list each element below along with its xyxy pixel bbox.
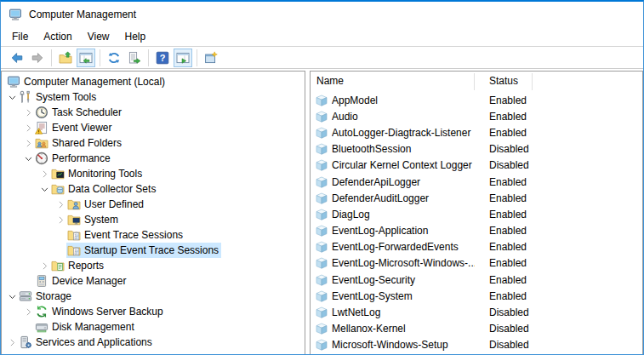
tree-item-device-manager[interactable]: Device Manager bbox=[2, 273, 305, 289]
computer-icon bbox=[9, 8, 22, 21]
trace-session-icon bbox=[315, 208, 328, 221]
tree-item-data-collector-sets[interactable]: Data Collector Sets bbox=[2, 181, 305, 197]
tree-item-system[interactable]: System bbox=[2, 212, 305, 227]
reports-icon bbox=[51, 259, 65, 272]
toolbar-separator bbox=[51, 49, 52, 66]
tree-item-services-and-applications[interactable]: Services and Applications bbox=[2, 335, 305, 350]
show-action-pane-button[interactable] bbox=[174, 49, 192, 67]
menu-help[interactable]: Help bbox=[117, 27, 154, 46]
up-one-level-button[interactable] bbox=[56, 49, 75, 67]
chevron-down-icon[interactable] bbox=[22, 152, 34, 164]
trace-session-icon bbox=[315, 110, 328, 123]
console-window-icon bbox=[204, 51, 218, 65]
tree-item-performance[interactable]: Performance bbox=[2, 151, 305, 166]
expander-spacer bbox=[54, 244, 66, 256]
chevron-right-icon[interactable] bbox=[22, 122, 34, 134]
server-backup-icon bbox=[35, 305, 48, 318]
column-header-name[interactable]: Name bbox=[311, 73, 475, 90]
chevron-right-icon[interactable] bbox=[22, 137, 34, 149]
chevron-right-icon[interactable] bbox=[38, 168, 50, 180]
svg-text:?: ? bbox=[160, 53, 166, 63]
toolbar: ? bbox=[1, 47, 643, 69]
export-list-icon bbox=[128, 51, 141, 65]
tree-item-event-viewer[interactable]: Event Viewer bbox=[2, 120, 305, 135]
tree-item-reports[interactable]: Reports bbox=[2, 258, 305, 273]
help-button[interactable]: ? bbox=[153, 49, 172, 67]
svg-text:01: 01 bbox=[74, 237, 77, 240]
chevron-down-icon[interactable] bbox=[6, 290, 18, 302]
trace-session-icon bbox=[315, 256, 328, 270]
back-button[interactable] bbox=[8, 49, 26, 67]
export-list-button[interactable] bbox=[125, 49, 144, 67]
list-row-defenderauditlogger[interactable]: DefenderAuditLogger Enabled bbox=[311, 190, 642, 206]
list-row-eventlog-security[interactable]: EventLog-Security Enabled bbox=[311, 272, 642, 288]
list-header: NameStatus bbox=[311, 72, 642, 92]
details-pane: NameStatus AppModel Enabled Audio Enable… bbox=[310, 71, 643, 354]
tree-item-shared-folders[interactable]: Shared Folders bbox=[2, 135, 305, 151]
menu-file[interactable]: File bbox=[4, 27, 36, 46]
tree-item-computer-management-local[interactable]: Computer Management (Local) bbox=[2, 74, 305, 89]
trace-session-icon bbox=[315, 322, 328, 335]
svg-text:01: 01 bbox=[74, 252, 77, 255]
storage-icon bbox=[19, 289, 32, 303]
task-scheduler-icon bbox=[35, 106, 48, 119]
refresh-button[interactable] bbox=[105, 49, 123, 67]
list-row-eventlog-forwardedevents[interactable]: EventLog-ForwardedEvents Enabled bbox=[311, 239, 642, 255]
trace-session-icon bbox=[315, 289, 328, 303]
trace-session-icon bbox=[315, 240, 328, 254]
performance-icon bbox=[35, 152, 48, 165]
list-row-eventlog-microsoft-windows[interactable]: EventLog-Microsoft-Windows-... Enabled bbox=[311, 255, 642, 272]
expander-spacer bbox=[22, 275, 34, 287]
disk-management-icon bbox=[35, 320, 48, 334]
tree-item-disk-management[interactable]: Disk Management bbox=[2, 319, 305, 335]
list-row-eventlog-application[interactable]: EventLog-Application Enabled bbox=[311, 223, 642, 239]
system-folder-icon bbox=[67, 213, 81, 226]
user-defined-icon bbox=[67, 198, 81, 211]
event-viewer-icon bbox=[35, 121, 48, 135]
chevron-right-icon[interactable] bbox=[6, 336, 18, 348]
chevron-right-icon[interactable] bbox=[22, 106, 34, 118]
forward-button[interactable] bbox=[28, 49, 47, 67]
data-collector-sets-icon bbox=[51, 182, 65, 196]
title-bar: Computer Management bbox=[1, 2, 643, 27]
device-manager-icon bbox=[35, 274, 48, 288]
column-header-status[interactable]: Status bbox=[475, 73, 533, 90]
menu-action[interactable]: Action bbox=[36, 27, 79, 46]
list-row-circular-kernel-context-logger[interactable]: Circular Kernel Context Logger Disabled bbox=[311, 157, 642, 174]
tree-item-event-trace-sessions[interactable]: 1001 Event Trace Sessions bbox=[2, 227, 305, 243]
event-trace-icon: 1001 bbox=[67, 228, 81, 242]
chevron-down-icon[interactable] bbox=[6, 91, 18, 103]
tree-item-system-tools[interactable]: System Tools bbox=[2, 89, 305, 105]
show-console-tree-button[interactable] bbox=[77, 49, 95, 67]
list-row-autologger-diagtrack-listener[interactable]: AutoLogger-Diagtrack-Listener Enabled bbox=[311, 124, 642, 140]
tree-item-monitoring-tools[interactable]: Monitoring Tools bbox=[2, 166, 305, 181]
menu-view[interactable]: View bbox=[80, 27, 117, 46]
chevron-right-icon[interactable] bbox=[22, 306, 34, 318]
trace-session-icon bbox=[315, 142, 328, 156]
list-row-diaglog[interactable]: DiagLog Enabled bbox=[311, 206, 642, 222]
action-pane-icon bbox=[176, 51, 190, 65]
chevron-right-icon[interactable] bbox=[54, 198, 66, 210]
tree-item-user-defined[interactable]: User Defined bbox=[2, 197, 305, 212]
console-window-button[interactable] bbox=[202, 49, 220, 67]
chevron-right-icon[interactable] bbox=[38, 260, 50, 272]
tree-item-task-scheduler[interactable]: Task Scheduler bbox=[2, 105, 305, 120]
window-title: Computer Management bbox=[29, 9, 136, 20]
list-row-microsoft-windows-setup[interactable]: Microsoft-Windows-Setup Disabled bbox=[311, 337, 642, 353]
system-tools-icon bbox=[19, 90, 32, 104]
list-row-mellanox-kernel[interactable]: Mellanox-Kernel Disabled bbox=[311, 321, 642, 337]
list-row-bluetoothsession[interactable]: BluetoothSession Disabled bbox=[311, 141, 642, 157]
list-row-audio[interactable]: Audio Enabled bbox=[311, 108, 642, 124]
monitoring-tools-icon bbox=[51, 167, 65, 180]
menu-bar: FileActionViewHelp bbox=[1, 27, 643, 47]
tree-item-storage[interactable]: Storage bbox=[2, 289, 305, 304]
list-row-defenderapilogger[interactable]: DefenderApiLogger Enabled bbox=[311, 174, 642, 190]
list-row-appmodel[interactable]: AppModel Enabled bbox=[311, 92, 642, 108]
tree-item-startup-event-trace-sessions[interactable]: 1001 Startup Event Trace Sessions bbox=[2, 243, 305, 258]
tree-item-windows-server-backup[interactable]: Windows Server Backup bbox=[2, 304, 305, 319]
list-row-lwtnetlog[interactable]: LwtNetLog Disabled bbox=[311, 304, 642, 320]
list-row-eventlog-system[interactable]: EventLog-System Enabled bbox=[311, 288, 642, 304]
chevron-right-icon[interactable] bbox=[54, 214, 66, 226]
chevron-down-icon[interactable] bbox=[38, 183, 50, 195]
trace-session-icon bbox=[315, 158, 328, 172]
